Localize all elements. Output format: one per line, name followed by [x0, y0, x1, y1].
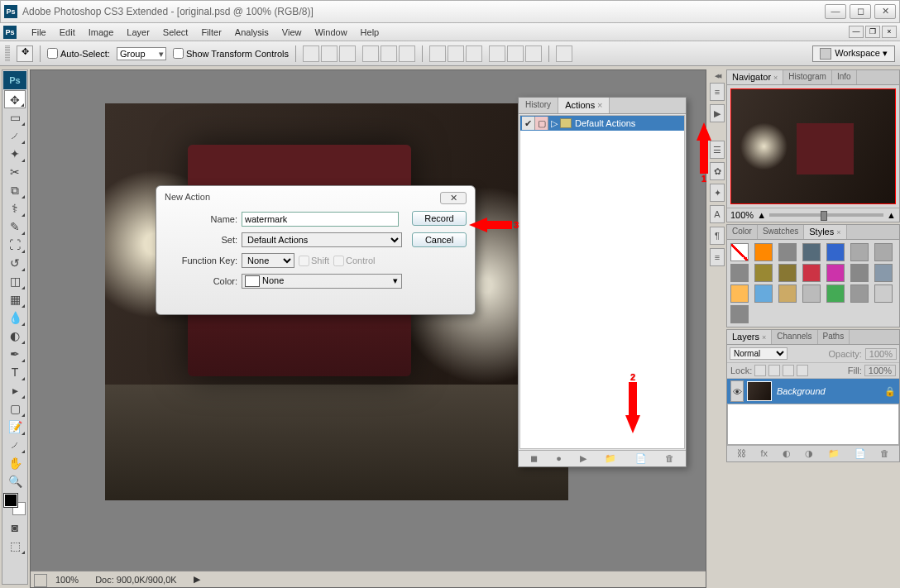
menu-window[interactable]: Window [308, 27, 353, 37]
align-hcenter-icon[interactable] [381, 45, 397, 62]
show-transform-checkbox[interactable] [173, 48, 184, 59]
align-bottom-icon[interactable] [339, 45, 356, 62]
strip-icon-8[interactable]: ≡ [710, 248, 725, 266]
strip-icon-3[interactable]: ☰ [710, 141, 725, 159]
auto-align-icon[interactable] [556, 45, 572, 62]
fill-value[interactable]: 100% [864, 365, 896, 376]
expand-icon[interactable]: ▷ [551, 118, 558, 129]
style-swatch[interactable] [802, 243, 821, 261]
strip-icon-1[interactable]: ≡ [710, 83, 725, 101]
style-swatch[interactable] [802, 284, 821, 303]
mdi-restore[interactable]: ❐ [865, 26, 880, 38]
path-tool[interactable]: ▸ [4, 381, 26, 399]
mdi-close[interactable]: × [882, 26, 897, 38]
menu-select[interactable]: Select [156, 27, 195, 37]
quickmask-tool[interactable]: ◙ [4, 519, 26, 537]
strip-icon-7[interactable]: ¶ [710, 227, 725, 245]
align-left-icon[interactable] [362, 45, 379, 62]
zoom-in-icon[interactable]: ▲ [887, 210, 896, 220]
mdi-minimize[interactable]: — [849, 26, 864, 38]
layer-thumbnail[interactable] [747, 381, 772, 401]
tab-navigator[interactable]: Navigator× [727, 70, 783, 84]
distribute-top-icon[interactable] [429, 45, 446, 62]
foreground-color[interactable] [4, 494, 17, 507]
new-layer-icon[interactable]: 📄 [855, 448, 866, 459]
delete-action-icon[interactable]: 🗑 [665, 453, 674, 464]
tab-actions[interactable]: Actions × [558, 98, 610, 113]
visibility-icon[interactable]: 👁 [730, 380, 744, 402]
style-swatch[interactable] [778, 264, 797, 282]
history-brush-tool[interactable]: ↺ [4, 254, 26, 272]
zoom-slider[interactable] [769, 213, 883, 217]
gradient-tool[interactable]: ▦ [4, 290, 26, 308]
tab-channels[interactable]: Channels [772, 330, 817, 344]
nav-zoom[interactable]: 100% [730, 210, 754, 220]
mask-icon[interactable]: ◐ [783, 448, 791, 459]
minimize-button[interactable]: — [825, 4, 846, 19]
strip-icon-5[interactable]: ✦ [710, 184, 725, 202]
stop-icon[interactable]: ◼ [530, 453, 538, 464]
lock-trans-icon[interactable] [754, 365, 766, 376]
menu-filter[interactable]: Filter [194, 27, 227, 37]
eraser-tool[interactable]: ◫ [4, 272, 26, 290]
fnkey-select[interactable]: None [242, 253, 294, 268]
marquee-tool[interactable]: ▭ [4, 108, 26, 127]
hand-tool[interactable]: ✋ [4, 454, 26, 472]
tab-swatches[interactable]: Swatches [758, 225, 804, 239]
color-swatch[interactable] [4, 494, 26, 515]
distribute-bottom-icon[interactable] [466, 45, 482, 62]
style-swatch[interactable] [874, 264, 893, 282]
blur-tool[interactable]: 💧 [4, 308, 26, 327]
maximize-button[interactable]: ◻ [850, 4, 871, 19]
style-swatch[interactable] [826, 243, 845, 261]
style-swatch[interactable] [826, 264, 845, 282]
stamp-tool[interactable]: ⛶ [4, 236, 26, 254]
menu-help[interactable]: Help [354, 27, 386, 37]
dialog-close-button[interactable]: ✕ [440, 192, 467, 204]
zoom-tool[interactable]: 🔍 [4, 472, 26, 490]
cancel-button[interactable]: Cancel [412, 232, 467, 247]
style-swatch[interactable] [778, 284, 797, 303]
pen-tool[interactable]: ✒ [4, 345, 26, 363]
auto-select-check[interactable]: Auto-Select: [47, 48, 110, 59]
style-swatch[interactable] [778, 243, 797, 261]
layer-row-background[interactable]: 👁 Background 🔒 [727, 379, 899, 404]
tab-paths[interactable]: Paths [818, 330, 850, 344]
notes-tool[interactable]: 📝 [4, 418, 26, 436]
set-select[interactable]: Default Actions [242, 232, 402, 247]
distribute-hcenter-icon[interactable] [507, 45, 524, 62]
style-swatch[interactable] [730, 284, 749, 303]
new-action-icon[interactable]: 📄 [635, 453, 647, 464]
adjustment-icon[interactable]: ◑ [805, 448, 813, 459]
record-button[interactable]: Record [412, 211, 467, 226]
menu-edit[interactable]: Edit [53, 27, 82, 37]
show-transform-check[interactable]: Show Transform Controls [173, 48, 289, 59]
strip-icon-4[interactable]: ✿ [710, 162, 725, 180]
lasso-tool[interactable]: ⟋ [4, 127, 26, 145]
name-input[interactable] [242, 212, 399, 227]
menu-file[interactable]: File [25, 27, 53, 37]
new-set-icon[interactable]: 📁 [605, 453, 616, 464]
align-top-icon[interactable] [303, 45, 319, 62]
screenmode-tool[interactable]: ⬚ [4, 537, 26, 555]
strip-icon-2[interactable]: ▶ [710, 104, 725, 122]
menu-layer[interactable]: Layer [120, 27, 156, 37]
tab-histogram[interactable]: Histogram [783, 70, 832, 84]
status-arrow-icon[interactable]: ▶ [194, 574, 200, 585]
style-swatch[interactable] [730, 243, 749, 261]
zoom-out-icon[interactable]: ▲ [757, 210, 766, 220]
slice-tool[interactable]: ⧉ [4, 181, 26, 199]
shape-tool[interactable]: ▢ [4, 399, 26, 418]
menu-image[interactable]: Image [82, 27, 121, 37]
style-swatch[interactable] [754, 284, 773, 303]
eyedropper-tool[interactable]: ⟋ [4, 436, 26, 454]
grip-icon[interactable] [5, 45, 10, 62]
tab-color[interactable]: Color [727, 225, 758, 239]
tab-info[interactable]: Info [832, 70, 857, 84]
style-swatch[interactable] [730, 305, 749, 323]
lock-pos-icon[interactable] [783, 365, 794, 376]
link-layers-icon[interactable]: ⛓ [737, 448, 746, 459]
move-tool[interactable]: ✥ [4, 90, 26, 108]
distribute-left-icon[interactable] [489, 45, 505, 62]
heal-tool[interactable]: ⚕ [4, 199, 26, 218]
